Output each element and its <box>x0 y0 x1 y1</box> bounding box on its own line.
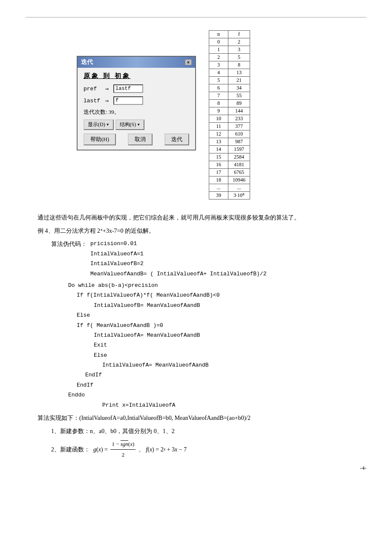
dialog-close-button[interactable]: × <box>185 59 192 65</box>
main-content: 通过这些语句在几何画板中的实现，把它们综合起来，就可用几何画板来实现很多较复杂的… <box>26 212 366 460</box>
code-print: Print x=IntialValueofA <box>102 400 366 410</box>
row2-label: lastf <box>84 98 101 104</box>
algo-label-row: 算法伪代码： pricision=0.01 IntialValueofA=1 I… <box>51 239 366 279</box>
table-row: 13987 <box>209 138 250 146</box>
table-row: 413 <box>209 69 250 77</box>
structure-button[interactable]: 结构(S) ▼ <box>115 119 145 130</box>
formula-g-label: g <box>93 444 96 455</box>
dropdown-arrow-structure: ▼ <box>137 123 140 127</box>
iterate-button[interactable]: 迭代 <box>164 133 189 145</box>
iterate-dialog: 迭代 × 原象 到 初象 pref ⇒ lastf ⇒ 迭代次数: 39。 <box>77 56 196 150</box>
table-row: 393·10⁸ <box>209 192 250 199</box>
code-assign1: IntialValueofB= MeanValueofAandB <box>94 301 366 310</box>
iteration-table: n f 021325384135216347558899144102331137… <box>209 30 250 199</box>
row2-input[interactable] <box>113 96 143 105</box>
row2-arrow: ⇒ <box>101 97 113 104</box>
intro-paragraph: 通过这些语句在几何画板中的实现，把它们综合起来，就可用几何画板来实现很多较复杂的… <box>26 212 366 223</box>
table-row: 164181 <box>209 161 250 169</box>
dialog-subtitle: 原象 到 初象 <box>84 72 189 80</box>
code-line-3: IntialValueofB=2 <box>90 259 266 269</box>
code-if1: If f(IntialValueofA)*f( MeanValueofAandB… <box>77 290 366 300</box>
page-number: -4- <box>360 465 366 471</box>
table-row: 12610 <box>209 130 250 138</box>
fraction-denominator: 2 <box>121 450 126 460</box>
print-line: Print x=IntialValueofA <box>102 400 366 410</box>
table-row: 634 <box>209 84 250 92</box>
fraction-numerator: 1 − sgn(x) <box>110 439 135 449</box>
table-row: 02 <box>209 38 250 46</box>
code-exit: Exit <box>94 340 366 350</box>
example-title: 例 4、用二分法求方程 2ˣ+3x-7=0 的近似解。 <box>26 225 366 236</box>
code-do-while: Do while abs(b-a)<precision <box>68 280 366 290</box>
dialog-title: 迭代 <box>81 58 93 66</box>
table-row: 889 <box>209 100 250 107</box>
fraction-g: 1 − sgn(x) 2 <box>110 439 135 460</box>
data-table-container: n f 021325384135216347558899144102331137… <box>209 30 250 199</box>
code-line-2: IntialValueofA=1 <box>90 249 266 259</box>
formula-sep: 、 <box>137 444 146 455</box>
step1: 1、新建参数：n、a0、b0，其值分别为 0、1、2 <box>51 426 366 436</box>
algo-label: 算法伪代码： <box>51 239 87 279</box>
formula-f-eq: ) = <box>152 444 161 455</box>
table-row: 9144 <box>209 107 250 115</box>
table-row: 755 <box>209 92 250 100</box>
code-endif2: EndIf <box>77 380 366 390</box>
code-if2: If f( MeanValueofAandB )=0 <box>77 321 366 330</box>
formula-f-base: 2 <box>161 444 164 455</box>
top-divider <box>26 17 366 17</box>
code-line-1: pricision=0.01 <box>90 239 266 249</box>
display-button[interactable]: 显示(D) ▼ <box>84 119 114 130</box>
row1-input[interactable] <box>113 84 143 93</box>
code-assign2: IntialValueofA= MeanValueofAandB <box>94 330 366 340</box>
row1-arrow: ⇒ <box>101 85 113 92</box>
dialog-titlebar: 迭代 × <box>78 57 195 68</box>
do-while-block: Do while abs(b-a)<precision If f(IntialV… <box>68 280 366 400</box>
step2: 2、新建函数： g ( x ) = 1 − sgn(x) 2 、 f ( x )… <box>51 439 366 460</box>
formula-f-rest: + 3x − 7 <box>165 444 187 455</box>
code-else1: Else <box>77 310 366 320</box>
table-header-n: n <box>209 31 228 38</box>
formula-g-eq: ) = <box>101 444 110 455</box>
dropdown-arrow-display: ▼ <box>106 123 110 127</box>
table-row: 521 <box>209 77 250 84</box>
code-endif1: EndIf <box>85 370 366 380</box>
table-header-f: f <box>228 31 250 38</box>
table-row: 152584 <box>209 153 250 161</box>
row1-label: pref <box>84 86 101 92</box>
table-row: 176765 <box>209 169 250 176</box>
table-row: 38 <box>209 61 250 69</box>
code-line-4: MeanValueofAandB= ( IntialValueofA+ Inti… <box>90 269 266 279</box>
step2-label: 2、新建函数： <box>51 444 90 455</box>
impl-text: 算法实现如下：(IntialValueofA=a0,IntialValueofB… <box>26 413 366 423</box>
table-row: ...... <box>209 184 250 192</box>
cancel-button[interactable]: 取消 <box>128 133 153 145</box>
table-row: 13 <box>209 46 250 54</box>
code-enddo: Enddo <box>68 390 366 400</box>
table-row: 11377 <box>209 123 250 130</box>
table-row: 10233 <box>209 115 250 123</box>
table-row: 1810946 <box>209 176 250 184</box>
table-row: 141597 <box>209 146 250 153</box>
help-button[interactable]: 帮助(H) <box>84 133 116 145</box>
code-else2: Else <box>94 350 366 360</box>
step1-label: 1、新建参数：n、a0、b0，其值分别为 0、1、2 <box>51 428 175 434</box>
iterate-count: 迭代次数: 39。 <box>84 108 189 116</box>
table-row: 25 <box>209 54 250 61</box>
code-assign3: IntialValueofA= MeanValueofAandB <box>102 360 366 370</box>
code-block: pricision=0.01 IntialValueofA=1 IntialVa… <box>90 239 266 279</box>
